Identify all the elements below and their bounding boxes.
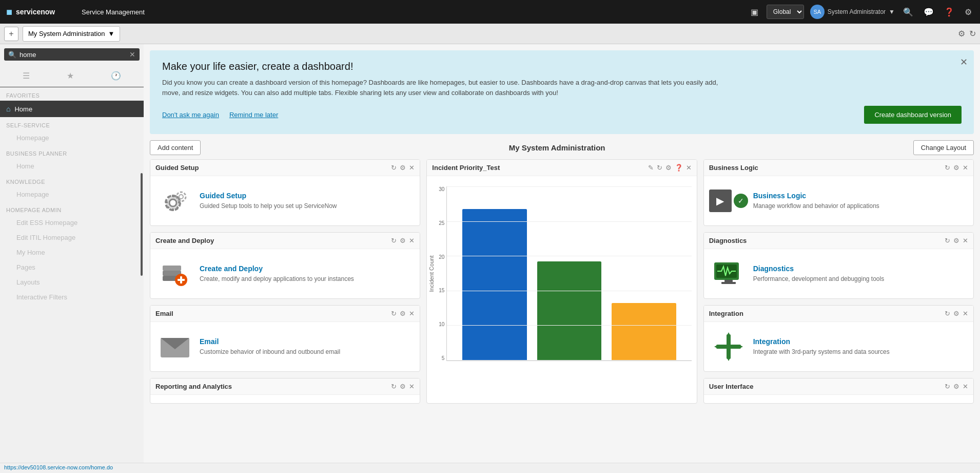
dashboard-header: Add content My System Administration Cha…	[144, 140, 980, 159]
favorites-icon[interactable]: ★	[65, 69, 76, 83]
business-logic-item-title[interactable]: Business Logic	[753, 192, 879, 200]
fullscreen-icon[interactable]: ▣	[749, 5, 760, 19]
close-icon[interactable]: ✕	[409, 237, 415, 244]
global-scope-select[interactable]: Global	[767, 5, 804, 19]
bar-critical	[462, 209, 526, 361]
email-item-title[interactable]: Email	[200, 337, 340, 346]
sidebar-item-pages[interactable]: Pages	[0, 260, 144, 275]
refresh-icon[interactable]: ↻	[945, 310, 950, 317]
settings-icon[interactable]: ⚙	[400, 310, 406, 317]
svg-marker-29	[727, 332, 731, 336]
refresh-icon[interactable]: ↻	[657, 164, 662, 172]
tab-refresh-icon[interactable]: ↻	[969, 29, 976, 39]
close-icon[interactable]: ✕	[686, 164, 692, 172]
widget-diagnostics-header: Diagnostics ↻ ⚙ ✕	[704, 233, 973, 249]
close-icon[interactable]: ✕	[963, 237, 968, 244]
refresh-icon[interactable]: ↻	[945, 237, 950, 244]
search-input[interactable]	[19, 51, 126, 59]
sidebar-scroll: 🔍 ✕ ☰ ★ 🕐 Favorites ⌂ Home Self-Servi	[0, 44, 144, 473]
close-icon[interactable]: ✕	[963, 383, 968, 390]
settings-icon[interactable]: ⚙	[665, 164, 672, 172]
sidebar-item-layouts[interactable]: Layouts	[0, 275, 144, 290]
help-icon[interactable]: ❓	[675, 164, 683, 172]
incident-chart-title: Incident Priority_Test	[432, 164, 644, 172]
help-icon[interactable]: ❓	[942, 5, 956, 19]
widget-incident-chart-header: Incident Priority_Test ✎ ↻ ⚙ ❓ ✕	[427, 160, 696, 176]
settings-icon[interactable]: ⚙	[953, 310, 959, 317]
settings-icon[interactable]: ⚙	[953, 383, 959, 390]
refresh-icon[interactable]: ↻	[945, 383, 950, 390]
sidebar-search-box[interactable]: 🔍 ✕	[4, 48, 140, 61]
banner-actions: Don't ask me again Remind me later Creat…	[162, 106, 962, 124]
svg-marker-31	[714, 345, 718, 349]
sidebar-item-home-label: Home	[14, 105, 32, 113]
sidebar-item-my-home[interactable]: My Home	[0, 245, 144, 260]
remind-later-link[interactable]: Remind me later	[229, 111, 278, 119]
sidebar-section-business-planner: Business Planner Home	[0, 145, 144, 174]
clear-search-icon[interactable]: ✕	[129, 50, 135, 59]
refresh-icon[interactable]: ↻	[945, 164, 950, 172]
close-icon[interactable]: ✕	[409, 383, 415, 390]
widget-reporting-title: Reporting and Analytics	[155, 383, 388, 390]
tab-settings-icon[interactable]: ⚙	[958, 29, 965, 39]
list-view-icon[interactable]: ☰	[21, 69, 32, 83]
dashboard-title: My System Administration	[206, 143, 908, 152]
sidebar-icon-row: ☰ ★ 🕐	[0, 65, 144, 87]
add-tab-button[interactable]: +	[4, 27, 18, 41]
bar-high	[537, 261, 601, 361]
main-layout: 🔍 ✕ ☰ ★ 🕐 Favorites ⌂ Home Self-Servi	[0, 44, 980, 473]
sidebar-item-edit-ess[interactable]: Edit ESS Homepage	[0, 215, 144, 230]
sidebar: 🔍 ✕ ☰ ★ 🕐 Favorites ⌂ Home Self-Servi	[0, 44, 144, 473]
section-label-self-service: Self-Service	[0, 117, 144, 130]
widget-create-deploy-title: Create and Deploy	[155, 237, 388, 244]
settings-icon[interactable]: ⚙	[953, 237, 959, 244]
widget-create-deploy: Create and Deploy ↻ ⚙ ✕	[150, 232, 420, 299]
user-menu[interactable]: SA System Administrator ▼	[810, 5, 895, 19]
widget-guided-setup-body: Guided Setup Guided Setup tools to help …	[150, 176, 420, 225]
sidebar-item-edit-itil[interactable]: Edit ITIL Homepage	[0, 230, 144, 245]
change-layout-button[interactable]: Change Layout	[913, 140, 974, 155]
refresh-icon[interactable]: ↻	[391, 383, 397, 390]
close-icon[interactable]: ✕	[409, 164, 415, 172]
settings-icon[interactable]: ⚙	[400, 237, 406, 244]
integration-item-desc: Integrate with 3rd-party systems and dat…	[753, 348, 890, 356]
widget-email: Email ↻ ⚙ ✕ Email	[150, 305, 420, 372]
create-deploy-item-title[interactable]: Create and Deploy	[200, 264, 354, 273]
sidebar-item-knowledge-homepage[interactable]: Homepage	[0, 187, 144, 202]
refresh-icon[interactable]: ↻	[391, 164, 397, 172]
history-icon[interactable]: 🕐	[109, 69, 123, 83]
status-url: https://dev50108.service-now.com/home.do	[4, 464, 113, 470]
settings-icon[interactable]: ⚙	[953, 164, 959, 172]
refresh-icon[interactable]: ↻	[391, 237, 397, 244]
refresh-icon[interactable]: ↻	[391, 310, 397, 317]
edit-icon[interactable]: ✎	[648, 164, 654, 172]
search-icon[interactable]: 🔍	[901, 5, 915, 19]
widget-integration: Integration ↻ ⚙ ✕	[703, 305, 974, 372]
sidebar-item-interactive-filters[interactable]: Interactive Filters	[0, 290, 144, 305]
integration-icon	[712, 330, 745, 363]
close-icon[interactable]: ✕	[409, 310, 415, 317]
business-logic-icon: ▶ ✓	[712, 184, 745, 217]
settings-icon[interactable]: ⚙	[400, 164, 406, 172]
diagnostics-item-title[interactable]: Diagnostics	[753, 264, 885, 273]
settings-icon[interactable]: ⚙	[963, 5, 974, 19]
close-icon[interactable]: ✕	[963, 310, 968, 317]
close-banner-icon[interactable]: ✕	[960, 56, 968, 68]
sidebar-item-self-service-homepage[interactable]: Homepage	[0, 130, 144, 145]
svg-text:servicenow: servicenow	[16, 8, 55, 16]
sidebar-item-business-planner-home[interactable]: Home	[0, 159, 144, 174]
incident-chart-body: 30 25 20 15 10 5	[427, 176, 696, 371]
widget-incident-chart: Incident Priority_Test ✎ ↻ ⚙ ❓ ✕ 30 25	[426, 159, 697, 404]
close-icon[interactable]: ✕	[963, 164, 968, 172]
widget-diagnostics-title: Diagnostics	[709, 237, 942, 244]
active-tab[interactable]: My System Administration ▼	[23, 26, 120, 42]
dashboard-banner: ✕ Make your life easier, create a dashbo…	[150, 50, 974, 134]
add-content-button[interactable]: Add content	[150, 140, 201, 155]
create-dashboard-button[interactable]: Create dashboard version	[864, 106, 962, 124]
sidebar-item-home[interactable]: ⌂ Home	[0, 101, 144, 117]
chat-icon[interactable]: 💬	[922, 5, 936, 19]
guided-setup-item-title[interactable]: Guided Setup	[200, 192, 337, 200]
settings-icon[interactable]: ⚙	[400, 383, 406, 390]
integration-item-title[interactable]: Integration	[753, 337, 890, 346]
dont-ask-link[interactable]: Don't ask me again	[162, 111, 219, 119]
